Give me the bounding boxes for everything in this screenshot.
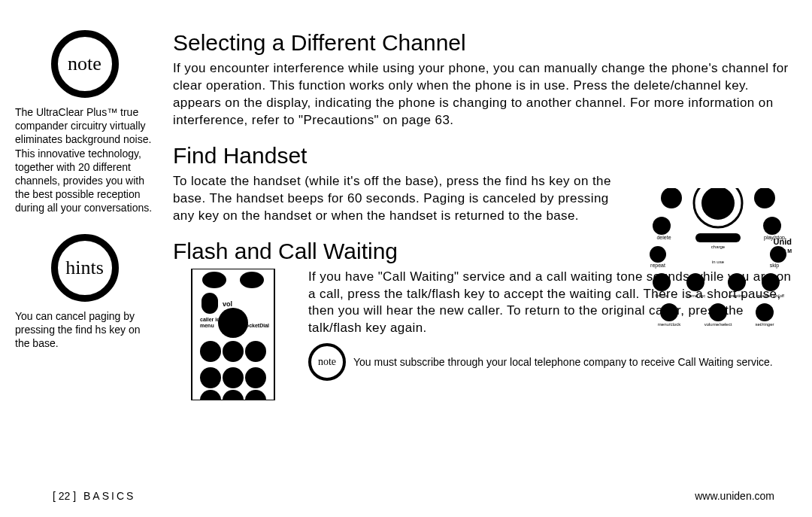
small-note-row: note You must subscribe through your loc… bbox=[308, 343, 797, 381]
svg-point-4 bbox=[653, 217, 671, 235]
handset-diagram: vol caller id/ menu RocketDial bbox=[173, 269, 293, 400]
hints-badge-label: hints bbox=[65, 257, 104, 279]
svg-point-10 bbox=[650, 246, 666, 263]
svg-point-17 bbox=[728, 273, 746, 291]
note-badge-label: note bbox=[68, 53, 102, 75]
page-footer: [ 22 ] BASICS www.uniden.com bbox=[53, 490, 774, 502]
svg-point-45 bbox=[245, 367, 266, 388]
svg-text:set/ringer: set/ringer bbox=[755, 322, 774, 327]
body-find-handset: To locate the handset (while it's off th… bbox=[173, 173, 617, 225]
svg-text:greeting: greeting bbox=[729, 293, 745, 298]
svg-point-5 bbox=[763, 217, 781, 235]
svg-point-24 bbox=[709, 303, 727, 321]
hints-text: You can cancel paging by pressing the fi… bbox=[15, 309, 154, 351]
svg-text:memo rec: memo rec bbox=[686, 293, 706, 298]
svg-rect-34 bbox=[201, 293, 218, 314]
note-text: The UltraClear Plus™ true compander circ… bbox=[15, 105, 154, 215]
svg-text:charge: charge bbox=[711, 245, 726, 249]
svg-point-15 bbox=[653, 273, 671, 291]
base-unit-diagram: delete play/stop charge repeat skip in u… bbox=[620, 188, 797, 327]
svg-text:900 M: 900 M bbox=[777, 248, 792, 254]
note-badge-icon: note bbox=[51, 30, 119, 98]
svg-text:delete: delete bbox=[656, 235, 671, 240]
svg-point-42 bbox=[245, 341, 266, 362]
svg-text:vol: vol bbox=[223, 300, 232, 308]
main-content: Selecting a Different Channel If you enc… bbox=[165, 30, 797, 482]
svg-text:find hs: find hs bbox=[655, 293, 668, 298]
svg-text:caller id/: caller id/ bbox=[200, 317, 221, 322]
svg-point-3 bbox=[754, 188, 775, 208]
svg-text:volume/select: volume/select bbox=[704, 322, 732, 327]
small-note-badge-icon: note bbox=[308, 343, 346, 381]
body-channel: If you encounter interference while usin… bbox=[173, 60, 797, 129]
heading-channel: Selecting a Different Channel bbox=[173, 30, 797, 56]
svg-point-41 bbox=[223, 341, 244, 362]
svg-point-33 bbox=[240, 272, 264, 288]
svg-point-40 bbox=[200, 341, 221, 362]
sidebar: note The UltraClear Plus™ true compander… bbox=[15, 30, 165, 482]
svg-text:repeat: repeat bbox=[650, 263, 665, 269]
svg-point-25 bbox=[756, 303, 774, 321]
svg-point-16 bbox=[686, 273, 704, 291]
svg-point-1 bbox=[701, 188, 735, 220]
svg-text:skip: skip bbox=[770, 263, 780, 269]
svg-point-43 bbox=[200, 367, 221, 388]
svg-text:menu/clock: menu/clock bbox=[658, 322, 681, 327]
svg-text:Unid: Unid bbox=[774, 237, 792, 246]
svg-text:menu: menu bbox=[200, 323, 214, 328]
svg-rect-8 bbox=[695, 233, 741, 242]
footer-url: www.uniden.com bbox=[695, 490, 774, 502]
svg-text:in use: in use bbox=[712, 260, 725, 264]
hints-badge-icon: hints bbox=[51, 234, 119, 302]
svg-point-2 bbox=[661, 188, 682, 208]
small-note-text: You must subscribe through your local te… bbox=[353, 356, 773, 369]
heading-find-handset: Find Handset bbox=[173, 143, 797, 169]
svg-point-44 bbox=[223, 367, 244, 388]
svg-text:answer on/off: answer on/off bbox=[757, 293, 784, 298]
svg-point-32 bbox=[202, 272, 226, 288]
svg-point-18 bbox=[762, 273, 780, 291]
svg-text:RocketDial: RocketDial bbox=[242, 323, 269, 328]
svg-point-23 bbox=[660, 303, 678, 321]
section-name: BASICS bbox=[83, 490, 135, 502]
small-note-badge-label: note bbox=[318, 356, 336, 368]
page-number: [ 22 ] bbox=[53, 490, 76, 502]
